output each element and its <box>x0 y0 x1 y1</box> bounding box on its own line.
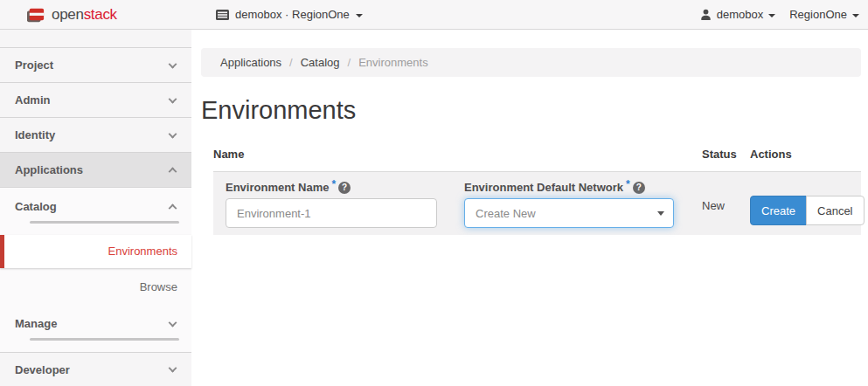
help-icon[interactable]: ? <box>338 182 351 194</box>
required-asterisk: * <box>626 178 630 190</box>
row-actions-button-group: Create Cancel <box>750 196 865 225</box>
page-title: Environments <box>201 96 861 124</box>
cancel-button[interactable]: Cancel <box>806 196 864 225</box>
openstack-cube-icon <box>26 6 45 24</box>
sidebar-group-catalog[interactable]: Catalog <box>0 188 191 224</box>
sidebar-item-label: Applications <box>15 163 83 176</box>
sidebar-group-label: Catalog <box>15 200 57 213</box>
sidebar-item-admin[interactable]: Admin <box>0 83 191 118</box>
caret-down-icon <box>852 14 859 17</box>
breadcrumb-link-applications[interactable]: Applications <box>220 56 281 69</box>
logo-text-open: open <box>52 6 84 23</box>
logo-text: openstack <box>52 6 117 24</box>
sidebar-item-applications[interactable]: Applications <box>0 153 191 188</box>
environment-name-label: Environment Name <box>226 181 329 194</box>
breadcrumb: Applications / Catalog / Environments <box>201 48 861 77</box>
sidebar-item-project[interactable]: Project <box>0 48 191 83</box>
user-menu-label: demobox <box>717 8 763 21</box>
default-network-select[interactable]: Create New <box>464 198 674 228</box>
sidebar-item-developer[interactable]: Developer <box>0 352 191 386</box>
caret-down-icon <box>356 14 363 17</box>
user-menu[interactable]: demobox <box>700 8 775 21</box>
logo-text-stack: stack <box>84 6 117 23</box>
table-header-row: Name Status Actions <box>213 148 861 172</box>
sidebar-nav: Project Admin Identity Applications Cata… <box>0 30 191 386</box>
actions-cell: Create Cancel <box>750 172 861 235</box>
sidebar-item-label: Developer <box>15 363 70 376</box>
user-icon <box>700 9 712 20</box>
column-header-actions: Actions <box>750 148 861 161</box>
projects-list-icon <box>216 10 229 20</box>
project-region-switcher[interactable]: demobox · RegionOne <box>216 8 363 21</box>
project-switcher-label: demobox · RegionOne <box>235 8 350 21</box>
environments-table: Name Status Actions Environment Name * ? <box>213 148 861 235</box>
region-menu[interactable]: RegionOne <box>789 8 859 21</box>
sidebar-item-environments[interactable]: Environments <box>0 235 191 268</box>
new-environment-row: Environment Name * ? Environment Default… <box>213 172 861 235</box>
breadcrumb-current: Environments <box>358 56 427 69</box>
topbar-right-menus: demobox RegionOne <box>700 8 868 21</box>
column-header-name[interactable]: Name <box>213 148 702 161</box>
chevron-down-icon <box>169 319 177 327</box>
chevron-up-icon <box>169 167 177 176</box>
chevron-down-icon <box>169 94 177 103</box>
content-area: Applications / Catalog / Environments En… <box>191 30 868 386</box>
top-navbar: openstack demobox · RegionOne demobox Re… <box>0 0 868 30</box>
create-button[interactable]: Create <box>750 196 807 225</box>
sidebar-item-label: Project <box>15 59 53 72</box>
default-network-group: Environment Default Network * ? Create N… <box>464 181 674 228</box>
status-cell: New <box>702 172 750 235</box>
name-cell: Environment Name * ? Environment Default… <box>213 172 702 235</box>
help-icon[interactable]: ? <box>633 182 645 194</box>
main-layout: Project Admin Identity Applications Cata… <box>0 30 868 386</box>
breadcrumb-separator: / <box>348 56 351 69</box>
sidebar-group-label: Manage <box>15 317 57 330</box>
environment-name-input[interactable] <box>226 198 437 228</box>
sidebar-item-browse[interactable]: Browse <box>0 270 191 305</box>
chevron-down-icon <box>169 364 177 373</box>
caret-down-icon <box>768 14 775 17</box>
breadcrumb-link-catalog[interactable]: Catalog <box>301 56 340 69</box>
chevron-down-icon <box>169 59 177 68</box>
group-underline <box>30 338 179 341</box>
sidebar-item-label: Identity <box>15 128 55 141</box>
required-asterisk: * <box>331 178 336 190</box>
default-network-label: Environment Default Network <box>464 181 623 194</box>
openstack-logo[interactable]: openstack <box>0 6 216 24</box>
chevron-down-icon <box>169 129 177 138</box>
sidebar-top-strip <box>0 30 191 48</box>
group-underline <box>30 221 179 224</box>
breadcrumb-separator: / <box>289 56 293 69</box>
column-header-status[interactable]: Status <box>702 148 750 161</box>
chevron-up-icon <box>169 203 177 212</box>
sidebar-item-identity[interactable]: Identity <box>0 118 191 153</box>
region-menu-label: RegionOne <box>789 8 847 21</box>
sidebar-item-label: Admin <box>15 93 50 107</box>
sidebar-group-manage[interactable]: Manage <box>0 305 191 341</box>
environment-name-group: Environment Name * ? <box>226 181 437 228</box>
